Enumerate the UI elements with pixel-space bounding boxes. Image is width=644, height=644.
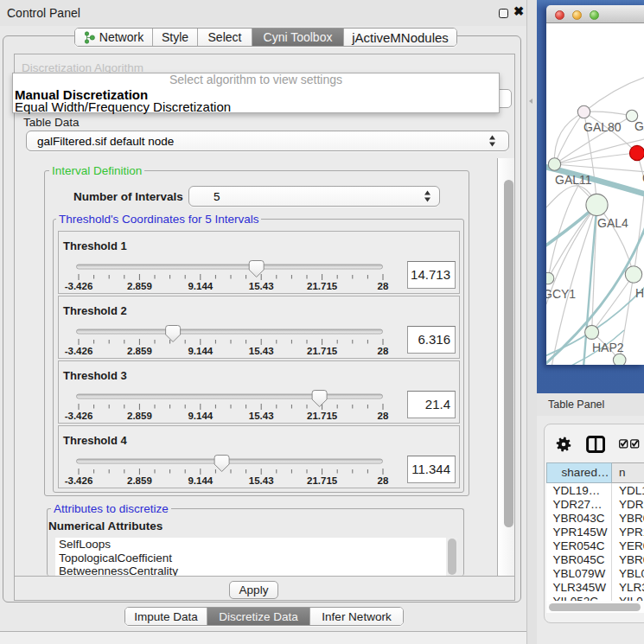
svg-text:GAL4: GAL4 [597,216,628,230]
svg-text:GAL80: GAL80 [583,120,622,134]
svg-text:28: 28 [378,346,389,356]
svg-text:H: H [635,286,644,300]
svg-text:21.715: 21.715 [307,475,338,486]
svg-text:21.715: 21.715 [307,411,338,421]
svg-text:-3.426: -3.426 [65,475,93,486]
svg-text:21.715: 21.715 [307,346,338,356]
svg-text:2.859: 2.859 [127,281,152,291]
svg-text:2.859: 2.859 [127,411,152,421]
svg-text:15.43: 15.43 [249,475,274,486]
svg-text:2.859: 2.859 [127,346,152,356]
svg-text:-3.426: -3.426 [65,411,93,421]
svg-text:21.715: 21.715 [307,281,338,291]
svg-text:9.144: 9.144 [188,411,213,421]
svg-text:-3.426: -3.426 [65,281,93,291]
svg-text:GA: GA [634,119,644,133]
svg-text:15.43: 15.43 [249,411,274,421]
svg-text:28: 28 [378,281,389,291]
svg-text:9.144: 9.144 [188,281,213,291]
svg-text:15.43: 15.43 [249,346,274,356]
svg-text:-3.426: -3.426 [65,346,93,356]
svg-text:9.144: 9.144 [188,475,213,486]
svg-text:GAL11: GAL11 [555,173,592,187]
svg-text:28: 28 [378,411,389,421]
svg-text:HAP2: HAP2 [592,341,624,354]
svg-text:9.144: 9.144 [188,346,213,356]
svg-text:GCY1: GCY1 [546,287,576,301]
svg-text:2.859: 2.859 [127,475,152,486]
svg-text:28: 28 [378,475,389,486]
svg-text:15.43: 15.43 [249,281,274,291]
